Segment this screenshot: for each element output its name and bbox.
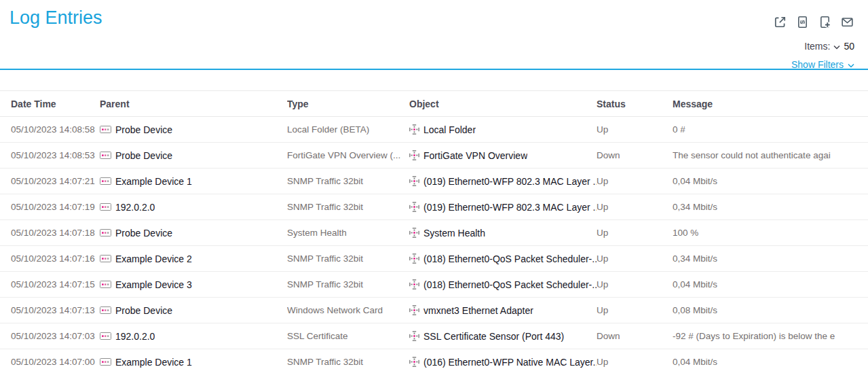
sensor-object-name: System Health: [423, 228, 485, 239]
items-label: Items:: [804, 41, 830, 52]
log-datetime: 05/10/2023 14:07:16: [0, 246, 100, 272]
sensor-icon: [409, 124, 419, 135]
log-parent-cell: Example Device 3: [100, 272, 287, 298]
parent-device-link[interactable]: Example Device 1: [100, 176, 287, 187]
device-icon: [100, 125, 111, 134]
log-message: 0 #: [673, 117, 868, 143]
sensor-object-name: Local Folder: [423, 124, 476, 135]
header-divider: [0, 69, 868, 70]
log-object-cell: SSL Certificate Sensor (Port 443): [409, 323, 597, 349]
parent-device-link[interactable]: Example Device 2: [100, 253, 287, 264]
log-datetime: 05/10/2023 14:07:21: [0, 169, 100, 194]
device-icon: [100, 357, 111, 366]
log-status: Up: [597, 246, 673, 272]
log-table: Date Time Parent Type Object Status Mess…: [0, 90, 868, 369]
sensor-object-link[interactable]: (016) Ethernet0-WFP Native MAC Layer...: [409, 357, 597, 368]
sensor-icon: [409, 305, 419, 315]
sensor-object-link[interactable]: (019) Ethernet0-WFP 802.3 MAC Layer ...: [409, 176, 597, 187]
log-message: 0,04 Mbit/s: [673, 272, 868, 298]
parent-device-link[interactable]: 192.0.2.0: [100, 331, 287, 342]
log-parent-cell: Probe Device: [100, 117, 287, 143]
log-object-cell: (016) Ethernet0-WFP Native MAC Layer...: [409, 349, 597, 369]
parent-device-name: Example Device 1: [115, 357, 192, 368]
log-message: 100 %: [673, 220, 868, 246]
table-row[interactable]: 05/10/2023 14:07:00 Example Device 1 SNM…: [0, 349, 868, 369]
log-message: The sensor could not authenticate agai: [673, 143, 868, 169]
sensor-object-link[interactable]: (019) Ethernet0-WFP 802.3 MAC Layer ...: [409, 202, 597, 213]
log-status: Up: [597, 220, 673, 246]
table-row[interactable]: 05/10/2023 14:08:53 Probe Device FortiGa…: [0, 143, 868, 169]
table-row[interactable]: 05/10/2023 14:07:03 192.0.2.0 SSL Certif…: [0, 323, 868, 349]
log-table-container: Date Time Parent Type Object Status Mess…: [0, 90, 868, 369]
sensor-object-link[interactable]: (018) Ethernet0-QoS Packet Scheduler-...: [409, 279, 597, 290]
log-type: SNMP Traffic 32bit: [287, 194, 409, 220]
parent-device-link[interactable]: Probe Device: [100, 228, 287, 239]
sensor-icon: [409, 150, 419, 160]
log-datetime: 05/10/2023 14:07:15: [0, 272, 100, 298]
email-icon[interactable]: [840, 15, 854, 29]
log-datetime: 05/10/2023 14:07:00: [0, 349, 100, 369]
log-type: System Health: [287, 220, 409, 246]
sensor-object-link[interactable]: Local Folder: [409, 124, 597, 135]
sensor-object-name: (019) Ethernet0-WFP 802.3 MAC Layer ...: [423, 176, 597, 187]
sensor-object-name: (019) Ethernet0-WFP 802.3 MAC Layer ...: [423, 202, 597, 213]
parent-device-name: 192.0.2.0: [115, 202, 155, 213]
log-parent-cell: Probe Device: [100, 143, 287, 169]
log-object-cell: (018) Ethernet0-QoS Packet Scheduler-...: [409, 246, 597, 272]
parent-device-link[interactable]: Probe Device: [100, 150, 287, 161]
sensor-object-link[interactable]: (018) Ethernet0-QoS Packet Scheduler-...: [409, 253, 597, 264]
log-datetime: 05/10/2023 14:07:13: [0, 298, 100, 323]
column-header-parent[interactable]: Parent: [100, 91, 287, 117]
log-type: Windows Network Card: [287, 298, 409, 323]
table-row[interactable]: 05/10/2023 14:07:19 192.0.2.0 SNMP Traff…: [0, 194, 868, 220]
parent-device-link[interactable]: Example Device 3: [100, 279, 287, 290]
log-type: SNMP Traffic 32bit: [287, 272, 409, 298]
log-status: Up: [597, 298, 673, 323]
parent-device-link[interactable]: Example Device 1: [100, 357, 287, 368]
table-row[interactable]: 05/10/2023 14:07:18 Probe Device System …: [0, 220, 868, 246]
sensor-object-link[interactable]: vmxnet3 Ethernet Adapter: [409, 305, 597, 316]
table-row[interactable]: 05/10/2023 14:08:58 Probe Device Local F…: [0, 117, 868, 143]
log-object-cell: FortiGate VPN Overview: [409, 143, 597, 169]
table-row[interactable]: 05/10/2023 14:07:13 Probe Device Windows…: [0, 298, 868, 323]
parent-device-name: Probe Device: [115, 150, 172, 161]
table-row[interactable]: 05/10/2023 14:07:15 Example Device 3 SNM…: [0, 272, 868, 298]
table-row[interactable]: 05/10/2023 14:07:16 Example Device 2 SNM…: [0, 246, 868, 272]
device-icon: [100, 280, 111, 289]
column-header-type[interactable]: Type: [287, 91, 409, 117]
log-parent-cell: Probe Device: [100, 298, 287, 323]
log-table-body: 05/10/2023 14:08:58 Probe Device Local F…: [0, 117, 868, 369]
sensor-icon: [409, 202, 419, 212]
log-status: Down: [597, 323, 673, 349]
log-datetime: 05/10/2023 14:07:19: [0, 194, 100, 220]
column-header-object[interactable]: Object: [409, 91, 597, 117]
log-parent-cell: 192.0.2.0: [100, 323, 287, 349]
parent-device-name: Example Device 2: [115, 253, 192, 264]
sensor-object-link[interactable]: System Health: [409, 228, 597, 239]
column-header-status[interactable]: Status: [597, 91, 673, 117]
log-type: SSL Certificate: [287, 323, 409, 349]
parent-device-link[interactable]: Probe Device: [100, 305, 287, 316]
parent-device-name: Probe Device: [115, 124, 172, 135]
column-header-datetime[interactable]: Date Time: [0, 91, 100, 117]
chevron-down-icon: [833, 41, 840, 52]
items-count-dropdown[interactable]: Items: 50: [804, 41, 854, 52]
column-header-message[interactable]: Message: [673, 91, 868, 117]
log-type: SNMP Traffic 32bit: [287, 169, 409, 194]
log-status: Down: [597, 143, 673, 169]
sensor-object-link[interactable]: FortiGate VPN Overview: [409, 150, 597, 161]
device-icon: [100, 306, 111, 315]
table-row[interactable]: 05/10/2023 14:07:21 Example Device 1 SNM…: [0, 169, 868, 194]
sensor-object-link[interactable]: SSL Certificate Sensor (Port 443): [409, 331, 597, 342]
code-file-icon[interactable]: [795, 15, 810, 29]
log-object-cell: System Health: [409, 220, 597, 246]
sensor-icon: [409, 331, 419, 341]
device-icon: [100, 151, 111, 160]
parent-device-link[interactable]: 192.0.2.0: [100, 202, 287, 213]
file-plus-icon[interactable]: [818, 15, 832, 29]
external-link-icon[interactable]: [773, 15, 787, 29]
page-title: Log Entries: [10, 7, 102, 29]
parent-device-link[interactable]: Probe Device: [100, 124, 287, 135]
log-datetime: 05/10/2023 14:08:58: [0, 117, 100, 143]
parent-device-name: Example Device 1: [115, 176, 192, 187]
